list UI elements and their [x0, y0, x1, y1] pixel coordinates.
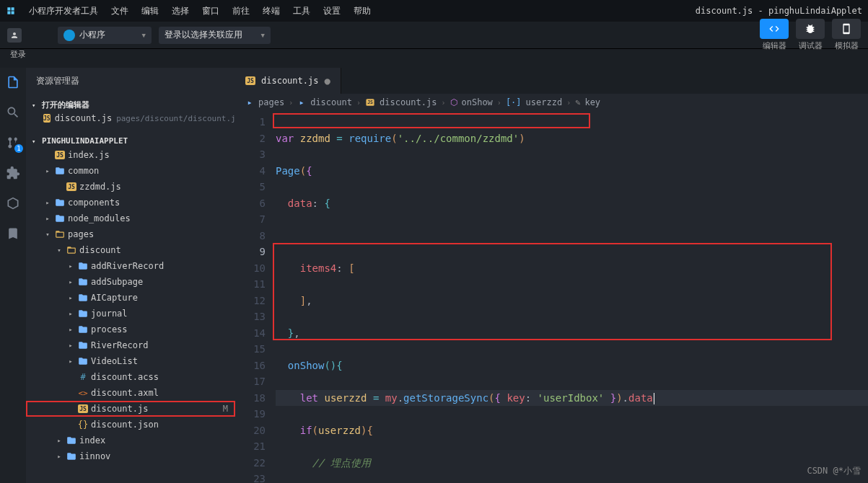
activity-bar: 1	[0, 68, 26, 483]
sidebar: 资源管理器 ▾打开的编辑器 JS discount.js pages/disco…	[26, 68, 235, 483]
editor-mode-button[interactable]	[760, 19, 789, 39]
menu-item[interactable]: 选择	[172, 5, 189, 17]
tree-item[interactable]: ▸common	[26, 163, 235, 179]
mode-label: 调试器	[796, 40, 825, 51]
menu-item[interactable]: 设置	[323, 5, 341, 17]
window-title: discount.js - pinghuLindaiApplet	[696, 6, 862, 16]
line-gutter: 1234567891011121314151617181920212223	[235, 111, 276, 483]
scm-tab-icon[interactable]: 1	[4, 134, 22, 151]
explorer-tab-icon[interactable]	[4, 74, 22, 91]
search-tab-icon[interactable]	[4, 104, 22, 121]
code-editor[interactable]: 1234567891011121314151617181920212223 va…	[235, 111, 868, 483]
simulator-mode-button[interactable]	[832, 19, 861, 39]
tree-item[interactable]: ▸addSubpage	[26, 274, 235, 290]
project-section[interactable]: ▾PINGHULINDAIAPPLET	[26, 129, 235, 147]
login-hint-label: 登录以选择关联应用	[165, 29, 242, 41]
bookmark-tab-icon[interactable]	[4, 225, 22, 242]
code-content[interactable]: var zzdmd = require('../../common/zzdmd'…	[276, 111, 868, 483]
tree-item[interactable]: ▸addRiverRecord	[26, 258, 235, 274]
tree-item[interactable]: ▸process	[26, 322, 235, 337]
tree-item[interactable]: ▸VideoList	[26, 353, 235, 369]
tree-item[interactable]: ▸AICapture	[26, 290, 235, 306]
tree-item[interactable]: JSzzdmd.js	[26, 179, 235, 195]
tree-item[interactable]: JSdiscount.jsM	[26, 401, 235, 417]
app-type-dropdown[interactable]: 小程序 ▼	[58, 27, 152, 44]
watermark: CSDN @*小雪	[807, 465, 861, 477]
tree-item[interactable]: ▸iinnov	[26, 448, 235, 464]
tree-item[interactable]: ▸node_modules	[26, 211, 235, 226]
user-icon[interactable]	[7, 28, 22, 43]
menu-bar: 小程序开发者工具 文件 编辑 选择 窗口 前往 终端 工具 设置 帮助 disc…	[0, 0, 868, 22]
menu-item[interactable]: 窗口	[202, 5, 219, 17]
open-editor-file[interactable]: JS discount.js pages/discount/discount.j…	[26, 112, 235, 125]
menu-item[interactable]: 工具	[293, 5, 310, 17]
app-logo-icon	[6, 6, 16, 16]
chevron-down-icon: ▼	[142, 32, 146, 39]
extensions-tab-icon[interactable]	[4, 164, 22, 182]
editor-tabs: JS discount.js ●	[235, 68, 868, 94]
file-tree[interactable]: JSindex.js▸commonJSzzdmd.js▸components▸n…	[26, 147, 235, 483]
menu-item[interactable]: 小程序开发者工具	[29, 5, 98, 17]
mode-label: 编辑器	[760, 40, 789, 51]
tree-item[interactable]: ▸journal	[26, 306, 235, 322]
tree-item[interactable]: ▸index	[26, 433, 235, 448]
menu-item[interactable]: 编辑	[141, 5, 159, 17]
method-icon: ⬡	[450, 97, 457, 107]
sidebar-title: 资源管理器	[26, 68, 235, 94]
menu-item[interactable]: 帮助	[354, 5, 371, 17]
js-file-icon: JS	[245, 76, 255, 85]
breadcrumb[interactable]: ▸ pages› ▸ discount› JS discount.js› ⬡ o…	[235, 94, 868, 111]
folder-icon: ▸	[245, 98, 254, 107]
tree-item[interactable]: {}discount.json	[26, 417, 235, 433]
tree-item[interactable]: JSindex.js	[26, 147, 235, 163]
menu-item[interactable]: 文件	[111, 5, 128, 17]
js-file-icon: JS	[43, 114, 51, 123]
key-icon: ✎	[575, 97, 580, 107]
app-type-label: 小程序	[79, 29, 105, 41]
chevron-down-icon: ▼	[261, 32, 265, 39]
debugger-mode-button[interactable]	[796, 19, 825, 39]
menu-item[interactable]: 前往	[232, 5, 250, 17]
folder-icon: ▸	[297, 98, 306, 107]
editor-area: JS discount.js ● ▸ pages› ▸ discount› JS…	[235, 68, 868, 483]
npm-tab-icon[interactable]	[4, 195, 22, 212]
toolbar: 小程序 ▼ 登录以选择关联应用 ▼ 编辑器 调试器 模拟器	[0, 22, 868, 49]
annotation-box	[273, 113, 590, 128]
app-badge-icon	[63, 30, 75, 41]
tree-item[interactable]: ▾discount	[26, 242, 235, 258]
tree-item[interactable]: ▸components	[26, 195, 235, 211]
login-app-dropdown[interactable]: 登录以选择关联应用 ▼	[159, 27, 271, 44]
open-editors-section[interactable]: ▾打开的编辑器	[26, 98, 235, 112]
variable-icon: [·]	[506, 97, 522, 107]
tree-item[interactable]: <>discount.axml	[26, 385, 235, 401]
login-link[interactable]: 登录	[10, 49, 26, 60]
tree-item[interactable]: ▾pages	[26, 226, 235, 242]
menu-item[interactable]: 终端	[263, 5, 280, 17]
mode-label: 模拟器	[832, 40, 861, 51]
tree-item[interactable]: #discount.acss	[26, 369, 235, 385]
tree-item[interactable]: ▸RiverRecord	[26, 337, 235, 353]
login-row: 登录	[0, 49, 868, 68]
tab-modified-dot-icon: ●	[324, 75, 330, 87]
editor-tab[interactable]: JS discount.js ●	[235, 68, 341, 94]
js-file-icon: JS	[366, 99, 374, 106]
